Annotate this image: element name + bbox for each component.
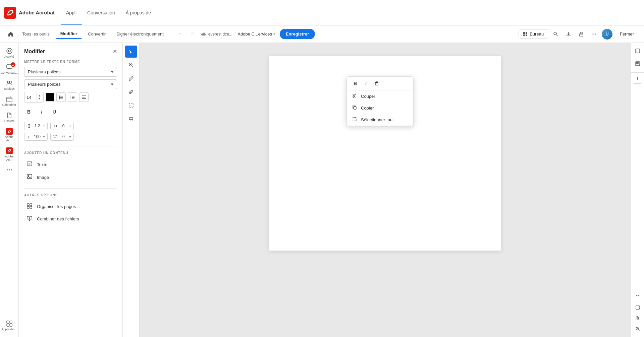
sidebar-item-adobe2[interactable]: Adobe Ac...	[2, 145, 17, 163]
main-layout: Activité Conversati... 1 Équipes Calendr…	[0, 43, 644, 337]
panel-close-button[interactable]: ✕	[113, 48, 117, 55]
sidebar-item-equipes[interactable]: Équipes	[2, 78, 17, 92]
line-height-control[interactable]: 1.2 ▾	[24, 122, 48, 130]
color-swatch[interactable]	[46, 93, 54, 102]
ctx-select-all-item[interactable]: Sélectionner tout	[347, 114, 413, 126]
couper-icon	[352, 93, 358, 99]
svg-line-83	[638, 330, 640, 331]
tool-highlight[interactable]	[125, 113, 137, 125]
svg-rect-0	[523, 32, 525, 34]
fermer-button[interactable]: Fermer	[615, 29, 639, 39]
sidebar-item-fichiers-label: Fichiers	[4, 119, 15, 123]
size-chevron[interactable]: ▲ ▼	[37, 92, 42, 102]
svg-rect-57	[129, 103, 133, 107]
tool-zoom[interactable]	[125, 59, 137, 71]
letter-spacing-chevron[interactable]: ▾	[69, 125, 71, 128]
redo-button[interactable]	[187, 29, 197, 39]
tab-convertir[interactable]: Convertir	[83, 29, 110, 39]
scale-chevron[interactable]: ▾	[43, 135, 45, 138]
va-spacing-value: 0	[59, 134, 68, 139]
svg-line-66	[354, 94, 356, 95]
right-btn-panel2[interactable]	[632, 58, 643, 69]
scale-control[interactable]: T 100 ▾	[24, 133, 48, 141]
nav-conversation[interactable]: Conversation	[82, 0, 120, 25]
tool-link[interactable]	[125, 86, 137, 98]
sidebar-item-calendrier[interactable]: Calendrier	[2, 94, 17, 109]
tool-select[interactable]	[125, 46, 137, 58]
save-button[interactable]: Enregistrer	[280, 29, 315, 39]
letter-spacing-control[interactable]: 0 ▾	[50, 122, 74, 130]
nav-apropos[interactable]: À propos de	[120, 0, 157, 25]
svg-point-22	[59, 97, 60, 98]
right-btn-panel1[interactable]	[632, 46, 643, 56]
tab-signer[interactable]: Signer électroniquement	[112, 29, 168, 39]
svg-rect-47	[30, 204, 32, 206]
tab-modifier[interactable]: Modifier	[56, 29, 82, 39]
more-dots-button[interactable]	[2, 165, 17, 175]
tools-column	[123, 43, 140, 337]
ctx-delete-button[interactable]	[372, 79, 382, 88]
tool-select-area[interactable]	[125, 99, 137, 111]
undo-button[interactable]	[175, 29, 185, 39]
svg-rect-16	[7, 321, 9, 323]
right-btn-fit-page[interactable]	[632, 302, 643, 313]
search-button[interactable]	[551, 29, 561, 39]
underline-button[interactable]: U	[50, 107, 59, 117]
italic-button[interactable]: I	[37, 107, 46, 117]
organiser-pages-icon	[25, 203, 34, 210]
svg-text:T: T	[28, 135, 30, 139]
line-height-chevron[interactable]: ▾	[43, 125, 45, 128]
align-button[interactable]	[79, 92, 89, 102]
ctx-couper-item[interactable]: Couper	[347, 90, 413, 102]
svg-point-14	[9, 170, 10, 171]
combiner-fichiers-label: Combiner des fichiers	[37, 216, 79, 221]
ctx-copier-item[interactable]: Copier	[347, 102, 413, 114]
sidebar-item-fichiers[interactable]: Fichiers	[2, 110, 17, 125]
second-bar: Tous les outils Modifier Convertir Signe…	[0, 25, 644, 43]
font-size-input[interactable]	[24, 93, 37, 102]
right-btn-zoom-out[interactable]	[632, 324, 643, 334]
organiser-pages-item[interactable]: Organiser les pages	[24, 200, 117, 213]
font2-select[interactable]: Plusieurs polices ▾	[24, 79, 117, 89]
svg-point-24	[59, 98, 60, 99]
other-section-label: AUTRES OPTIONS	[24, 193, 117, 197]
add-image-item[interactable]: Image	[24, 171, 117, 184]
more-button[interactable]: ···	[589, 29, 599, 39]
add-text-item[interactable]: + Texte	[24, 158, 117, 171]
doc-name[interactable]: Adobe C...ervices ▾	[237, 31, 275, 37]
sidebar-item-applications[interactable]: Applicatio...	[2, 318, 17, 333]
sidebar-item-activite[interactable]: Activité	[2, 46, 17, 60]
va-spacing-chevron[interactable]: ▾	[69, 135, 71, 138]
home-button[interactable]	[5, 29, 16, 40]
sidebar-item-activite-label: Activité	[4, 55, 14, 58]
nav-appli[interactable]: Appli	[61, 0, 82, 25]
svg-line-67	[354, 96, 356, 97]
sidebar-item-adobe1[interactable]: Adobe Ac...	[2, 126, 17, 144]
ordered-list-button[interactable]: 1.2.3.	[68, 92, 77, 102]
download-button[interactable]	[564, 29, 574, 39]
bold-button[interactable]: B	[24, 107, 34, 117]
right-btn-zoom-in[interactable]	[632, 313, 643, 324]
app-name: Adobe Acrobat	[19, 10, 55, 15]
ctx-italic-button[interactable]: I	[361, 79, 371, 88]
line-height-value: 1.2	[33, 124, 42, 128]
svg-rect-48	[27, 206, 29, 208]
print-button[interactable]	[576, 29, 586, 39]
context-menu: B I Couper Copier	[346, 76, 414, 126]
unordered-list-button[interactable]	[56, 92, 66, 102]
ctx-couper-label: Couper	[361, 94, 375, 99]
right-btn-refresh[interactable]	[632, 291, 643, 302]
panel-title: Modifier	[24, 49, 45, 55]
svg-point-4	[554, 32, 556, 35]
bureau-button[interactable]: Bureau	[519, 29, 548, 39]
ctx-bold-button[interactable]: B	[350, 79, 360, 88]
tab-tous-les-outils[interactable]: Tous les outils	[17, 29, 54, 39]
canvas-area[interactable]: test user demo B I Couper	[140, 43, 631, 337]
font1-select[interactable]: Plusieurs polices ▾	[24, 67, 117, 77]
avatar[interactable]: U	[602, 29, 612, 40]
svg-rect-75	[638, 62, 639, 63]
tool-pencil[interactable]	[125, 72, 137, 84]
combiner-fichiers-item[interactable]: Combiner des fichiers	[24, 213, 117, 225]
activity-sidebar: Activité Conversati... 1 Équipes Calendr…	[0, 43, 19, 337]
va-spacing-control[interactable]: VA 0 ▾	[50, 133, 74, 141]
